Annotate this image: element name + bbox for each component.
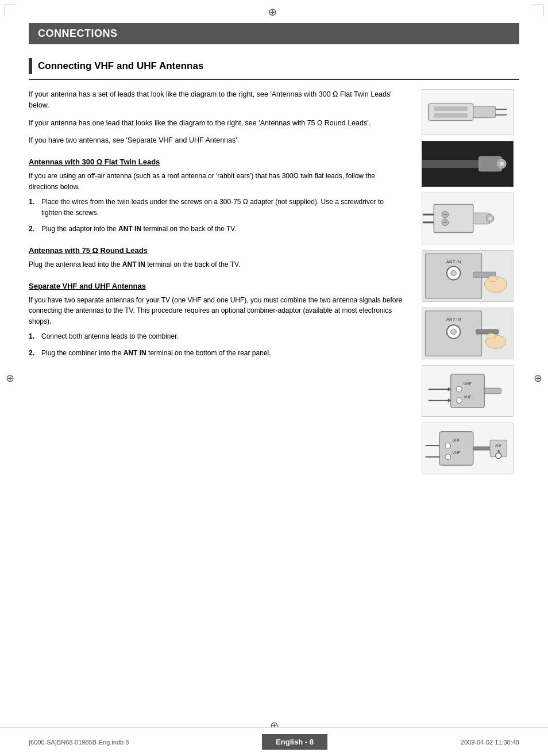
svg-text:VHF: VHF [464,395,472,399]
diagram-round-cable [422,141,514,187]
intro-para3: If you have two antennas, see 'Separate … [29,135,404,146]
footer-right-text: 2009-04-02 11:38:48 [461,739,519,746]
subsection1-step2: 2. Plug the adaptor into the ANT IN term… [29,224,404,235]
svg-point-58 [496,453,501,459]
subsection2-intro: Plug the antenna lead into the ANT IN te… [29,259,404,270]
subsection3-step1: 1. Connect both antenna leads to the com… [29,331,404,342]
svg-rect-36 [476,329,499,334]
connections-header: CONNECTIONS [29,23,519,44]
subsection1-step1: 1. Place the wires from the twin leads u… [29,197,404,218]
diagram-combiner-ant-in: UHF VHF ANT IN [422,423,514,474]
svg-rect-44 [484,388,501,394]
svg-rect-49 [439,432,473,466]
crosshair-right-icon [534,372,542,385]
svg-point-22 [488,217,492,220]
svg-rect-15 [434,205,473,233]
svg-rect-1 [473,106,496,118]
svg-point-31 [488,276,497,282]
subsection2-title: Antennas with 75 Ω Round Leads [29,246,404,255]
crosshair-top-icon [268,6,280,17]
footer-page-number: English - 8 [262,734,327,750]
svg-rect-5 [434,113,468,118]
subsection3-step2: 2. Plug the combiner into the ANT IN ter… [29,348,404,359]
section-heading: Connecting VHF and UHF Antennas [29,58,519,80]
content-left: If your antenna has a set of leads that … [29,89,404,474]
svg-point-35 [451,329,457,335]
svg-point-38 [487,333,496,339]
section-heading-text: Connecting VHF and UHF Antennas [38,60,203,72]
footer-left-text: [6000-SA]BN68-01985B-Eng.indb 8 [29,739,129,746]
subsection1-title: Antennas with 300 Ω Flat Twin Leads [29,158,404,166]
svg-text:UHF: UHF [452,438,460,442]
svg-rect-6 [422,160,479,168]
svg-text:UHF: UHF [464,382,472,386]
subsection3-title: Separate VHF and UHF Antennas [29,282,404,290]
svg-point-41 [456,386,462,392]
footer: [6000-SA]BN68-01985B-Eng.indb 8 English … [0,727,548,756]
svg-text:ANT: ANT [495,444,502,447]
section-heading-bar [29,58,32,74]
corner-mark-tl [5,5,16,16]
corner-mark-tr [532,5,543,16]
diagram-ant-in-back: ANT IN [422,250,514,302]
intro-para1: If your antenna has a set of leads that … [29,89,404,111]
main-content: If your antenna has a set of leads that … [29,89,519,474]
svg-text:ANT IN: ANT IN [446,259,461,264]
svg-text:ANT IN: ANT IN [446,317,461,322]
subsection1-intro: If you are using an off-air antenna (suc… [29,171,404,192]
svg-point-28 [451,270,457,276]
svg-text:VHF: VHF [453,451,461,455]
svg-rect-4 [434,106,468,111]
diagram-combiner: UHF VHF [422,365,514,417]
svg-point-43 [456,398,462,404]
svg-point-53 [445,454,451,460]
crosshair-left-icon [6,372,14,385]
diagram-flat-antenna [422,89,514,135]
subsection3-intro: If you have two separate antennas for yo… [29,295,404,327]
content-right: ANT IN ANT IN [416,89,519,474]
intro-para2: If your antenna has one lead that looks … [29,118,404,129]
diagram-ant-in-round: ANT IN [422,308,514,359]
svg-rect-0 [429,103,473,120]
svg-point-51 [445,443,451,448]
svg-rect-39 [451,374,485,408]
diagram-adapter-screws [422,193,514,244]
svg-text:IN: IN [497,450,500,453]
